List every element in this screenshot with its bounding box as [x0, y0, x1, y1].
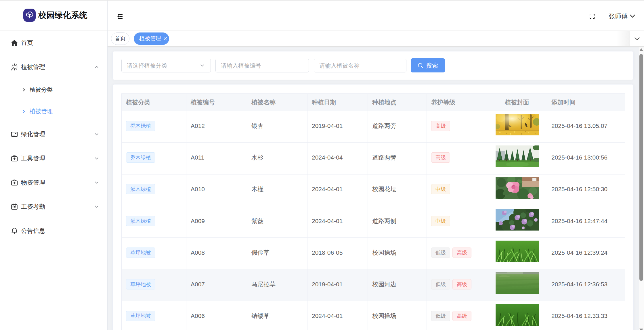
chevron-down-icon: [94, 132, 99, 137]
scrollbar-thumb[interactable]: [639, 54, 643, 281]
column-header-plant-date: 种植日期: [307, 94, 368, 111]
cell-plant-date: 2018-06-05: [307, 238, 368, 269]
column-header-category: 植被分类: [122, 94, 186, 111]
care-level-tag: 高级: [431, 152, 450, 163]
sidebar-item-tools[interactable]: 工具管理: [0, 146, 107, 170]
cover-image-metasequoia[interactable]: [496, 145, 539, 167]
chevron-right-icon: [22, 88, 26, 92]
search-panel: 请选择植被分类 搜索: [112, 51, 634, 80]
sidebar-item-label: 公告信息: [21, 227, 99, 235]
postcard-icon: [11, 131, 18, 138]
cell-added-at: 2025-04-16 12:39:24: [547, 238, 625, 269]
category-tag: 草坪地被: [126, 311, 155, 321]
cell-added-at: 2025-04-16 12:36:53: [547, 269, 625, 301]
scroll-up-arrow-icon[interactable]: [639, 47, 644, 52]
app-title: 校园绿化系统: [38, 10, 87, 21]
cell-code: A008: [186, 238, 247, 269]
tab-label: 首页: [115, 35, 126, 42]
cell-location: 道路两旁: [368, 111, 427, 143]
bell-icon: [11, 227, 18, 234]
care-level-tag: 高级: [452, 311, 471, 321]
cell-name: 马尼拉草: [247, 269, 307, 301]
table-row[interactable]: 灌木绿植 A010 木槿 2024-04-01 校园花坛 中级: [122, 174, 625, 206]
close-icon[interactable]: [163, 37, 167, 41]
tabbar-more-button[interactable]: [630, 31, 644, 46]
tab-vegetation-manage[interactable]: 植被管理: [134, 32, 169, 45]
sidebar-item-announcements[interactable]: 公告信息: [0, 219, 107, 243]
care-level-tag: 高级: [452, 279, 471, 289]
chevron-right-icon: [22, 109, 26, 114]
main-content: 请选择植被分类 搜索 植被分类 植被编号: [108, 47, 639, 330]
category-tag: 灌木绿植: [126, 216, 155, 226]
app-logo: 校园绿化系统: [0, 0, 107, 31]
vegetation-table: 植被分类 植被编号 植被名称 种植日期 种植地点 养护等级 植被封面 添加时间 …: [121, 93, 625, 330]
table-row[interactable]: 乔木绿植 A011 水杉 2024-04-04 道路两旁 高级: [122, 143, 625, 174]
first-aid-kit-icon: [11, 155, 18, 162]
care-level-tag: 中级: [431, 184, 450, 194]
cell-plant-date: 2024-04-01: [307, 301, 368, 330]
chevron-down-icon: [94, 180, 99, 185]
cell-added-at: 2025-04-16 12:47:44: [547, 206, 625, 237]
sidebar-fold-button[interactable]: [117, 14, 123, 19]
table-row[interactable]: 草坪地被 A006 结缕草 2024-04-01 校园操场 低级 高级: [122, 301, 625, 330]
sidebar-subitem-label: 植被分类: [30, 86, 53, 94]
sidebar-item-label: 绿化管理: [21, 130, 94, 138]
category-tag: 乔木绿植: [126, 121, 155, 131]
sidebar-item-payroll[interactable]: 工资考勤: [0, 195, 107, 219]
cover-image-hibiscus[interactable]: [496, 177, 539, 199]
care-level-tag: 高级: [431, 121, 450, 131]
cover-image-grass-closeup[interactable]: [496, 241, 539, 262]
cell-name: 银杏: [247, 111, 307, 143]
column-header-care-level: 养护等级: [427, 94, 487, 111]
cell-location: 校园花坛: [368, 174, 427, 206]
cell-code: A009: [186, 206, 247, 237]
table-row[interactable]: 草坪地被 A008 假俭草 2018-06-05 校园操场 低级 高级: [122, 238, 625, 269]
calendar-icon: [11, 203, 18, 210]
cell-name: 结缕草: [247, 301, 307, 330]
category-tag: 乔木绿植: [126, 152, 155, 163]
care-level-tag: 低级: [431, 248, 450, 258]
sidebar-item-label: 工资考勤: [21, 203, 94, 211]
cell-code: A006: [186, 301, 247, 330]
category-tag: 草坪地被: [126, 248, 155, 258]
sidebar-item-home[interactable]: 首页: [0, 31, 107, 55]
sidebar-item-greening[interactable]: 绿化管理: [0, 122, 107, 146]
cover-image-lawn[interactable]: [496, 272, 539, 294]
tabbar-fade: [617, 31, 630, 46]
search-button[interactable]: 搜索: [411, 58, 445, 72]
care-level-tag: 高级: [452, 248, 471, 258]
cell-plant-date: 2024-04-01: [307, 174, 368, 206]
vertical-scrollbar[interactable]: [639, 47, 644, 330]
cover-image-ginkgo[interactable]: [496, 114, 539, 135]
user-menu[interactable]: 张师傅: [609, 1, 635, 32]
care-level-tag: 低级: [431, 311, 450, 321]
cover-image-zoysia-grass[interactable]: [496, 304, 539, 326]
table-row[interactable]: 草坪地被 A007 马尼拉草 2019-04-01 校园河边 低级 高级: [122, 269, 625, 301]
table-row[interactable]: 乔木绿植 A012 银杏 2019-04-01 道路两旁 高级: [122, 111, 625, 143]
cell-plant-date: 2024-04-01: [307, 206, 368, 237]
cell-added-at: 2025-04-16 13:05:07: [547, 111, 625, 143]
cover-image-crape-myrtle[interactable]: [496, 209, 539, 231]
cell-location: 校园操场: [368, 238, 427, 269]
table-row[interactable]: 灌木绿植 A009 紫薇 2024-04-01 道路两侧 中级: [122, 206, 625, 237]
code-input[interactable]: [215, 59, 309, 72]
category-select[interactable]: 请选择植被分类: [121, 59, 211, 72]
user-name: 张师傅: [609, 12, 628, 21]
tab-label: 植被管理: [139, 35, 161, 42]
sidebar-menu: 首页 植被管理 植被分类: [0, 31, 107, 243]
cell-location: 道路两侧: [368, 206, 427, 237]
tags-view-bar: 首页 植被管理: [108, 31, 644, 47]
fullscreen-icon[interactable]: [590, 14, 595, 19]
sidebar-subitem-vegetation-manage[interactable]: 植被管理: [0, 101, 107, 122]
cell-added-at: 2025-04-16 12:50:30: [547, 174, 625, 206]
tab-home[interactable]: 首页: [111, 32, 129, 45]
scroll-down-arrow-icon[interactable]: [639, 328, 644, 330]
sidebar-item-supplies[interactable]: 物资管理: [0, 170, 107, 195]
sidebar-subitem-vegetation-category[interactable]: 植被分类: [0, 79, 107, 101]
sidebar-item-vegetation[interactable]: 植被管理: [0, 55, 107, 79]
name-input[interactable]: [314, 59, 406, 72]
cell-plant-date: 2024-04-04: [307, 143, 368, 174]
search-button-label: 搜索: [426, 62, 438, 70]
cell-name: 假俭草: [247, 238, 307, 269]
cell-code: A010: [186, 174, 247, 206]
